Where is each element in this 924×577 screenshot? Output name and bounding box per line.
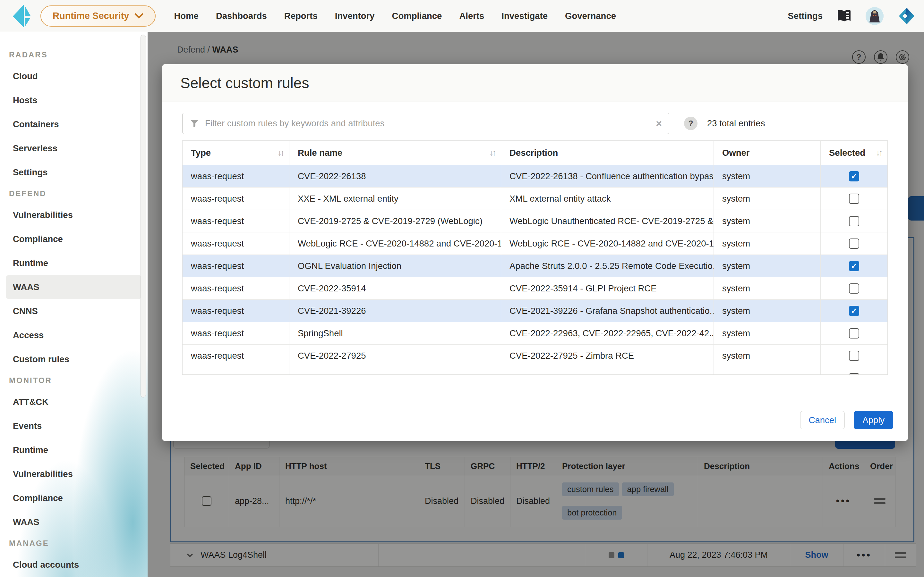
chevron-down-icon bbox=[134, 13, 144, 19]
nav-item-reports[interactable]: Reports bbox=[284, 11, 318, 21]
cancel-button[interactable]: Cancel bbox=[800, 411, 845, 429]
sidebar-item-cloud-accounts[interactable]: Cloud accounts bbox=[0, 553, 148, 577]
sidebar-item-containers[interactable]: Containers bbox=[0, 112, 148, 136]
custom-rule-row[interactable]: waas-request OGNL Evaluation Injection A… bbox=[183, 255, 887, 277]
custom-rule-row[interactable]: waas-request XXE - XML external entity X… bbox=[183, 187, 887, 210]
sidebar-item-waas[interactable]: WAAS bbox=[6, 275, 142, 299]
sort-rule-name-icon[interactable]: ↓↑ bbox=[489, 148, 495, 158]
rule-checkbox[interactable] bbox=[849, 216, 859, 226]
top-nav-right: Settings bbox=[788, 7, 924, 25]
sidebar-item-compliance[interactable]: Compliance bbox=[0, 227, 148, 251]
entries-count: 23 total entries bbox=[707, 118, 765, 129]
top-nav: Runtime Security Home Dashboards Reports… bbox=[0, 0, 924, 32]
sidebar-item-attck[interactable]: ATT&CK bbox=[0, 390, 148, 414]
sidebar-item-monitor-compliance[interactable]: Compliance bbox=[0, 486, 148, 510]
custom-rules-table: Type↓↑ Rule name↓↑ Description Owner Sel… bbox=[182, 140, 888, 375]
custom-rule-row-partial[interactable] bbox=[183, 367, 887, 375]
sidebar-section-defend: DEFEND bbox=[0, 184, 148, 203]
sidebar-item-hosts[interactable]: Hosts bbox=[0, 88, 148, 112]
rule-checkbox[interactable] bbox=[849, 284, 859, 293]
filter-input[interactable]: × bbox=[182, 113, 669, 134]
sort-selected-icon[interactable]: ↓↑ bbox=[876, 148, 882, 158]
sidebar: RADARS Cloud Hosts Containers Serverless… bbox=[0, 32, 148, 577]
sidebar-item-cnns[interactable]: CNNS bbox=[0, 299, 148, 323]
sidebar-item-custom-rules[interactable]: Custom rules bbox=[0, 347, 148, 371]
rule-checkbox[interactable]: ✓ bbox=[849, 261, 859, 271]
modal-footer: Cancel Apply bbox=[162, 399, 908, 441]
modal-filter-row: × ? 23 total entries bbox=[182, 113, 888, 134]
sidebar-item-monitor-vulnerabilities[interactable]: Vulnerabilities bbox=[0, 462, 148, 486]
nav-item-alerts[interactable]: Alerts bbox=[459, 11, 484, 21]
rule-checkbox[interactable] bbox=[849, 351, 859, 361]
sidebar-section-manage: MANAGE bbox=[0, 534, 148, 553]
rule-checkbox[interactable] bbox=[849, 328, 859, 338]
custom-rule-row[interactable]: waas-request CVE-2022-27925 CVE-2022-279… bbox=[183, 344, 887, 367]
product-switcher-label: Runtime Security bbox=[53, 11, 129, 21]
nav-item-governance[interactable]: Governance bbox=[565, 11, 616, 21]
prisma-cloud-logo-icon[interactable] bbox=[898, 7, 916, 25]
modal-header: Select custom rules bbox=[162, 64, 908, 102]
nav-item-inventory[interactable]: Inventory bbox=[335, 11, 375, 21]
custom-rule-row[interactable]: waas-request CVE-2022-26138 CVE-2022-261… bbox=[183, 165, 887, 187]
sidebar-item-monitor-waas[interactable]: WAAS bbox=[0, 510, 148, 534]
product-switcher[interactable]: Runtime Security bbox=[40, 5, 156, 27]
select-custom-rules-modal: Select custom rules × ? 23 total entries… bbox=[162, 64, 908, 441]
rule-checkbox[interactable] bbox=[849, 193, 859, 204]
sidebar-section-radars: RADARS bbox=[0, 45, 148, 64]
nav-item-compliance[interactable]: Compliance bbox=[392, 11, 442, 21]
rule-checkbox[interactable] bbox=[849, 373, 859, 375]
sidebar-section-monitor: MONITOR bbox=[0, 371, 148, 390]
sidebar-item-runtime[interactable]: Runtime bbox=[0, 251, 148, 275]
filter-funnel-icon bbox=[190, 119, 199, 128]
main-nav: Home Dashboards Reports Inventory Compli… bbox=[174, 11, 616, 21]
rule-checkbox[interactable]: ✓ bbox=[849, 306, 859, 316]
sidebar-scrollbar[interactable] bbox=[141, 35, 146, 398]
clear-filter-icon[interactable]: × bbox=[656, 118, 662, 129]
app-root: Runtime Security Home Dashboards Reports… bbox=[0, 0, 924, 577]
docs-book-icon[interactable] bbox=[837, 9, 851, 23]
custom-rules-table-header: Type↓↑ Rule name↓↑ Description Owner Sel… bbox=[183, 141, 887, 165]
custom-rule-row[interactable]: waas-request SpringShell CVE-2022-22963,… bbox=[183, 322, 887, 344]
apply-button[interactable]: Apply bbox=[854, 411, 893, 429]
filter-text-input[interactable] bbox=[205, 118, 656, 129]
nav-item-home[interactable]: Home bbox=[174, 11, 199, 21]
sidebar-item-monitor-runtime[interactable]: Runtime bbox=[0, 438, 148, 462]
sidebar-item-access[interactable]: Access bbox=[0, 323, 148, 347]
modal-title: Select custom rules bbox=[180, 74, 309, 92]
filter-help-icon[interactable]: ? bbox=[684, 117, 698, 130]
user-avatar[interactable] bbox=[866, 7, 884, 25]
sidebar-item-settings[interactable]: Settings bbox=[0, 160, 148, 184]
custom-rule-row[interactable]: waas-request WebLogic RCE - CVE-2020-148… bbox=[183, 232, 887, 255]
rule-checkbox[interactable]: ✓ bbox=[849, 171, 859, 181]
custom-rule-row[interactable]: waas-request CVE-2021-39226 CVE-2021-392… bbox=[183, 300, 887, 322]
sidebar-item-serverless[interactable]: Serverless bbox=[0, 136, 148, 160]
custom-rule-row[interactable]: waas-request CVE-2022-35914 CVE-2022-359… bbox=[183, 277, 887, 300]
sidebar-item-cloud[interactable]: Cloud bbox=[0, 64, 148, 88]
sidebar-item-events[interactable]: Events bbox=[0, 414, 148, 438]
rule-checkbox[interactable] bbox=[849, 239, 859, 249]
nav-item-investigate[interactable]: Investigate bbox=[501, 11, 548, 21]
nav-item-dashboards[interactable]: Dashboards bbox=[216, 11, 267, 21]
sidebar-item-vulnerabilities[interactable]: Vulnerabilities bbox=[0, 203, 148, 227]
settings-link[interactable]: Settings bbox=[788, 11, 822, 21]
custom-rule-row[interactable]: waas-request CVE-2019-2725 & CVE-2019-27… bbox=[183, 210, 887, 232]
runtime-security-logo-icon bbox=[11, 3, 32, 29]
sort-type-icon[interactable]: ↓↑ bbox=[278, 148, 283, 158]
